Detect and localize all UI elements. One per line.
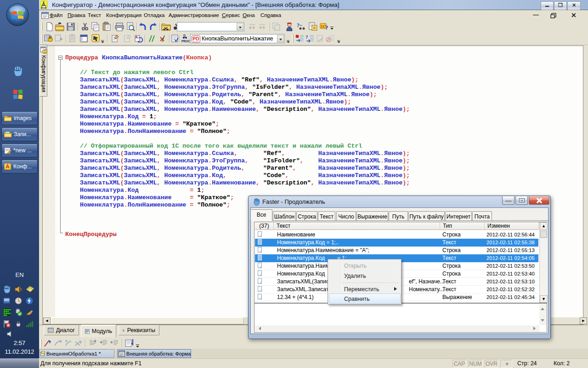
svg-text:?: ? bbox=[305, 34, 308, 40]
svg-text:РО: РО bbox=[192, 36, 199, 41]
svg-text:А: А bbox=[135, 35, 138, 39]
svg-text:?: ? bbox=[325, 24, 328, 31]
svg-text:?: ? bbox=[297, 22, 300, 29]
svg-text:PROC: PROC bbox=[181, 40, 190, 43]
